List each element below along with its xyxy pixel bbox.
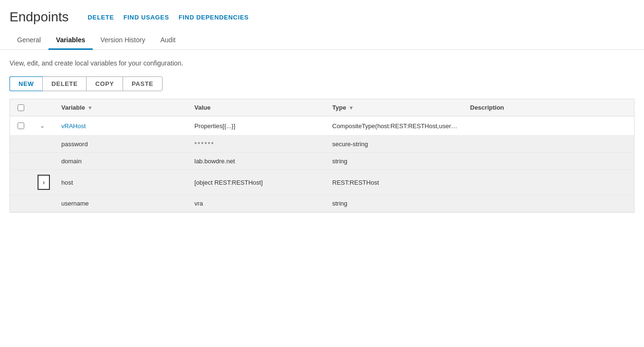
navigate-button[interactable]: › [38, 175, 50, 190]
table-row: username vra string [10, 195, 634, 212]
th-description: Description [464, 99, 634, 116]
sub-type-cell: REST:RESTHost [327, 170, 464, 195]
sub-checkbox-cell [10, 153, 32, 170]
row-variable-cell: vRAHost [56, 116, 189, 136]
th-checkbox [10, 99, 32, 116]
row-checkbox-cell [10, 116, 32, 136]
sub-value-cell: lab.bowdre.net [189, 153, 327, 170]
sub-variable-cell: username [56, 195, 189, 212]
variable-link[interactable]: vRAHost [61, 122, 86, 130]
expand-button[interactable]: ⌄ [38, 121, 47, 131]
table-row: domain lab.bowdre.net string [10, 153, 634, 170]
tab-general[interactable]: General [10, 31, 48, 50]
sub-checkbox-cell [10, 195, 32, 212]
sub-type-cell: string [327, 195, 464, 212]
table-body: ⌄ vRAHost Properties[{...}] CompositeTyp… [10, 116, 634, 212]
select-all-checkbox[interactable] [18, 104, 24, 111]
sub-value-cell: vra [189, 195, 327, 212]
sub-nav-cell [32, 153, 56, 170]
sub-variable-cell: password [56, 136, 189, 153]
delete-button[interactable]: DELETE [42, 76, 86, 91]
delete-action[interactable]: DELETE [88, 14, 114, 21]
page-description: View, edit, and create local variables f… [10, 59, 634, 67]
row-expand-cell: ⌄ [32, 116, 56, 136]
variables-table-container: Variable ▼ Value Type ▼ [10, 99, 634, 213]
row-checkbox[interactable] [18, 122, 24, 129]
table-header-row: Variable ▼ Value Type ▼ [10, 99, 634, 116]
sub-desc-cell [464, 153, 634, 170]
row-value-cell: Properties[{...}] [189, 116, 327, 136]
sub-desc-cell [464, 195, 634, 212]
header-actions: DELETE FIND USAGES FIND DEPENDENCIES [88, 14, 249, 21]
variable-filter-icon[interactable]: ▼ [87, 105, 93, 111]
chevron-down-icon: ⌄ [40, 122, 45, 129]
table-row: › host [object REST:RESTHost] REST:RESTH… [10, 170, 634, 195]
sub-nav-cell [32, 195, 56, 212]
sub-type-cell: secure-string [327, 136, 464, 153]
sub-value-cell: ****** [189, 136, 327, 153]
tab-audit[interactable]: Audit [153, 31, 183, 50]
page-header: Endpoints DELETE FIND USAGES FIND DEPEND… [0, 0, 644, 29]
variables-table: Variable ▼ Value Type ▼ [10, 99, 634, 212]
paste-button[interactable]: PASTE [123, 76, 163, 91]
type-filter-icon[interactable]: ▼ [348, 105, 354, 111]
sub-nav-cell [32, 136, 56, 153]
new-button[interactable]: NEW [10, 76, 42, 91]
masked-value: ****** [194, 141, 214, 148]
variables-toolbar: NEW DELETE COPY PASTE [10, 76, 634, 91]
sub-type-cell: string [327, 153, 464, 170]
th-variable: Variable ▼ [56, 99, 189, 116]
sub-variable-cell: domain [56, 153, 189, 170]
copy-button[interactable]: COPY [86, 76, 122, 91]
th-type: Type ▼ [327, 99, 464, 116]
sub-checkbox-cell [10, 170, 32, 195]
find-dependencies-action[interactable]: FIND DEPENDENCIES [179, 14, 249, 21]
sub-value-cell: [object REST:RESTHost] [189, 170, 327, 195]
tabs-nav: General Variables Version History Audit [0, 31, 644, 50]
page-title: Endpoints [10, 9, 69, 25]
table-row: password ****** secure-string [10, 136, 634, 153]
tab-variables[interactable]: Variables [48, 31, 93, 50]
sub-desc-cell [464, 170, 634, 195]
sub-checkbox-cell [10, 136, 32, 153]
row-type-cell: CompositeType(host:REST:RESTHost,usernam… [327, 116, 464, 136]
table-row: ⌄ vRAHost Properties[{...}] CompositeTyp… [10, 116, 634, 136]
sub-nav-cell: › [32, 170, 56, 195]
th-expand [32, 99, 56, 116]
row-description-cell [464, 116, 634, 136]
main-content: View, edit, and create local variables f… [0, 50, 644, 222]
tab-version-history[interactable]: Version History [93, 31, 153, 50]
th-value: Value [189, 99, 327, 116]
find-usages-action[interactable]: FIND USAGES [124, 14, 169, 21]
sub-variable-cell: host [56, 170, 189, 195]
sub-desc-cell [464, 136, 634, 153]
